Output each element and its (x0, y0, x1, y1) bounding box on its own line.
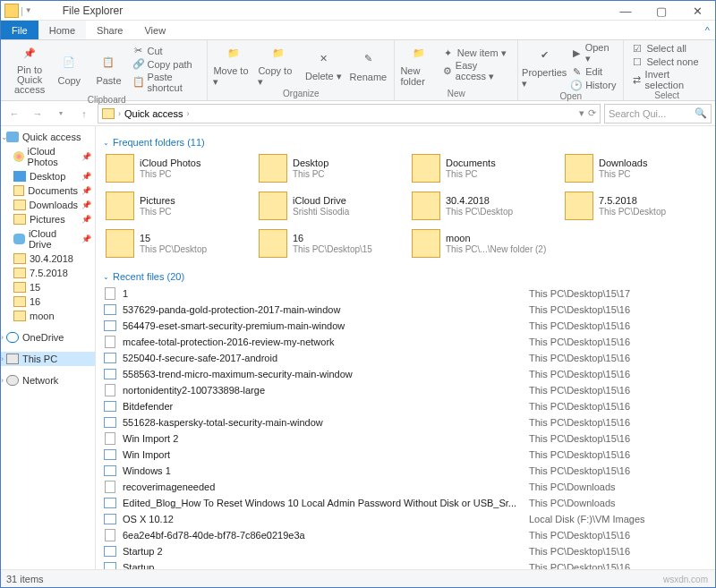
sidebar-quick-access[interactable]: ⌄Quick access (1, 130, 95, 144)
folder-icon (13, 185, 24, 196)
sidebar-downloads[interactable]: Downloads📌 (1, 198, 95, 212)
copy-to-button[interactable]: 📁Copy to ▾ (258, 42, 299, 88)
frequent-folder-item[interactable]: 30.4.2018This PC\Desktop (409, 189, 555, 223)
rename-button[interactable]: ✎Rename (347, 48, 388, 82)
tab-view[interactable]: View (133, 21, 176, 39)
collapse-icon[interactable]: ⌄ (1, 132, 8, 141)
address-box[interactable]: › Quick access › ▾ ⟳ (98, 104, 601, 124)
new-item-button[interactable]: ✦New item ▾ (440, 47, 512, 59)
close-button[interactable]: ✕ (679, 1, 715, 21)
copy-path-button[interactable]: 🔗Copy path (131, 58, 202, 71)
recent-file-item[interactable]: mcafee-total-protection-2016-review-my-n… (103, 334, 708, 350)
paste-button[interactable]: 📋Paste (90, 52, 126, 86)
sidebar-16[interactable]: 16 (1, 294, 95, 309)
invert-icon: ⇄ (631, 73, 642, 86)
file-name: 1 (123, 288, 529, 299)
properties-button[interactable]: ✔Properties ▾ (524, 44, 565, 89)
back-button[interactable]: ← (4, 104, 24, 124)
recent-file-item[interactable]: 551628-kaspersky-total-security-main-win… (103, 414, 708, 430)
recent-files-header[interactable]: ⌄Recent files (20) (103, 268, 708, 285)
delete-button[interactable]: ✕Delete ▾ (303, 47, 344, 82)
search-input[interactable]: Search Qui... 🔍 (604, 104, 712, 124)
recent-file-item[interactable]: 558563-trend-micro-maximum-security-main… (103, 366, 708, 382)
select-none-button[interactable]: ☐Select none (629, 55, 704, 68)
file-name: Edited_Blog_How To Reset Windows 10 Loca… (123, 498, 529, 508)
history-button[interactable]: 🕑History (568, 79, 618, 91)
sidebar-30-4-2018[interactable]: 30.4.2018 (1, 251, 95, 266)
forward-button[interactable]: → (28, 104, 47, 124)
tab-share[interactable]: Share (86, 21, 133, 39)
recent-file-item[interactable]: OS X 10.12Local Disk (F:)\VM Images (103, 511, 708, 527)
recent-file-item[interactable]: recoverimageneededThis PC\Downloads (103, 479, 708, 495)
recent-file-item[interactable]: Win ImportThis PC\Desktop\15\16 (103, 447, 708, 463)
copyto-label: Copy to ▾ (258, 65, 299, 88)
frequent-folder-item[interactable]: DesktopThis PC (256, 151, 402, 185)
sidebar-this-pc[interactable]: ›This PC (1, 352, 95, 366)
file-name: recoverimageneeded (123, 481, 529, 492)
folder-location: This PC (140, 207, 175, 217)
recent-file-item[interactable]: Win Import 2This PC\Desktop\15\16 (103, 430, 708, 447)
invert-selection-button[interactable]: ⇄Invert selection (629, 69, 704, 90)
sidebar-15[interactable]: 15 (1, 280, 95, 294)
pin-to-quick-access-button[interactable]: 📌Pin to Quick access (12, 42, 47, 95)
up-button[interactable]: ↑ (74, 104, 94, 124)
recent-locations-button[interactable]: ▾ (51, 104, 71, 124)
select-all-button[interactable]: ☑Select all (629, 42, 704, 55)
paste-shortcut-button[interactable]: 📋Paste shortcut (131, 72, 202, 93)
ribbon-collapse-icon[interactable]: ^ (700, 21, 715, 39)
minimize-button[interactable]: — (608, 1, 644, 21)
edit-button[interactable]: ✎Edit (568, 65, 618, 78)
copy-button[interactable]: 📄Copy (51, 52, 87, 86)
frequent-folders-header[interactable]: ⌄Frequent folders (11) (103, 133, 708, 151)
frequent-folder-item[interactable]: iCloud PhotosThis PC (103, 151, 249, 185)
open-button[interactable]: ▶Open ▾ (568, 42, 618, 64)
tab-file[interactable]: File (1, 21, 38, 39)
frequent-folder-item[interactable]: DocumentsThis PC (409, 151, 555, 185)
cut-button[interactable]: ✂Cut (131, 45, 202, 57)
frequent-folder-item[interactable]: iCloud DriveSrishti Sisodia (256, 189, 402, 223)
folder-location: This PC\...\New folder (2) (446, 244, 546, 255)
sidebar-pictures[interactable]: Pictures📌 (1, 212, 95, 226)
recent-file-item[interactable]: 6ea2e4bf-6d78-40de-bf78-7c86e0219e3aThis… (103, 527, 708, 543)
frequent-folder-item[interactable]: PicturesThis PC (103, 189, 249, 223)
file-name: 564479-eset-smart-security-premium-main-… (123, 320, 529, 331)
frequent-folder-item[interactable]: moonThis PC\...\New folder (2) (409, 226, 555, 260)
folder-icon (13, 296, 26, 307)
sidebar-network[interactable]: ›Network (1, 373, 95, 388)
recent-file-item[interactable]: Startup 2This PC\Desktop\15\16 (103, 543, 708, 559)
sidebar-7-5-2018[interactable]: 7.5.2018 (1, 266, 95, 280)
refresh-icon[interactable]: ⟳ (588, 107, 596, 119)
recent-file-item[interactable]: 525040-f-secure-safe-2017-androidThis PC… (103, 350, 708, 366)
recent-file-item[interactable]: 537629-panda-gold-protection-2017-main-w… (103, 302, 708, 318)
copy-icon: 📄 (58, 52, 80, 73)
folder-name: moon (446, 233, 546, 244)
frequent-folder-item[interactable]: 16This PC\Desktop\15 (256, 226, 402, 260)
sidebar-desktop[interactable]: Desktop📌 (1, 169, 95, 183)
dropdown-icon[interactable]: ▾ (579, 107, 584, 119)
qat-dropdown-icon[interactable]: ▼ (25, 6, 32, 14)
recent-file-item[interactable]: StartupThis PC\Desktop\15\16 (103, 559, 708, 569)
network-icon (6, 375, 19, 386)
sidebar-onedrive[interactable]: ›OneDrive (1, 330, 95, 345)
sidebar-icloud-drive[interactable]: iCloud Drive📌 (1, 226, 95, 251)
expand-icon[interactable]: › (1, 333, 4, 342)
sidebar-icloud-photos[interactable]: iCloud Photos📌 (1, 144, 95, 169)
frequent-folder-item[interactable]: 7.5.2018This PC\Desktop (562, 189, 708, 223)
tab-home[interactable]: Home (38, 21, 86, 39)
sidebar-documents[interactable]: Documents📌 (1, 183, 95, 198)
easy-access-button[interactable]: ⚙Easy access ▾ (440, 60, 512, 82)
move-to-button[interactable]: 📁Move to ▾ (213, 42, 254, 88)
sidebar-moon[interactable]: moon (1, 309, 95, 323)
expand-icon[interactable]: › (1, 376, 4, 385)
frequent-folder-item[interactable]: DownloadsThis PC (562, 151, 708, 185)
recent-file-item[interactable]: BitdefenderThis PC\Desktop\15\16 (103, 398, 708, 414)
new-folder-button[interactable]: 📁New folder (400, 42, 436, 87)
recent-file-item[interactable]: 564479-eset-smart-security-premium-main-… (103, 318, 708, 334)
recent-file-item[interactable]: nortonidentity2-100733898-largeThis PC\D… (103, 382, 708, 398)
frequent-folder-item[interactable]: 15This PC\Desktop (103, 226, 249, 260)
recent-file-item[interactable]: 1This PC\Desktop\15\17 (103, 285, 708, 302)
maximize-button[interactable]: ▢ (644, 1, 679, 21)
recent-file-item[interactable]: Windows 1This PC\Desktop\15\16 (103, 463, 708, 479)
expand-icon[interactable]: › (1, 354, 4, 363)
recent-file-item[interactable]: Edited_Blog_How To Reset Windows 10 Loca… (103, 495, 708, 511)
